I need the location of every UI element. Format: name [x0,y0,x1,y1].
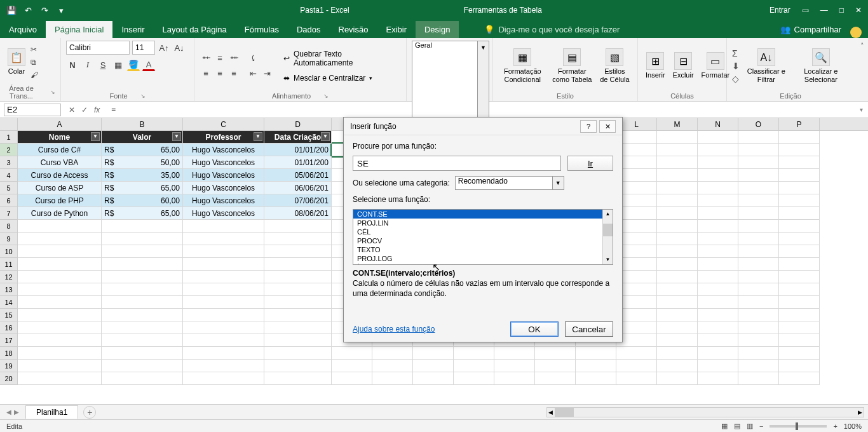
ok-button[interactable]: OK [510,321,559,337]
cell[interactable] [183,233,264,245]
cell[interactable] [698,194,738,207]
enter-formula-icon[interactable]: ✓ [81,105,88,114]
cell[interactable] [413,347,454,360]
cell[interactable] [264,283,332,296]
cell[interactable] [738,131,779,144]
cell-styles-button[interactable]: ▧Estilos de Célula [597,47,632,84]
dialog-close-icon[interactable]: ✕ [599,120,616,133]
cell[interactable] [779,233,820,245]
cell[interactable]: 07/06/201 [264,194,332,207]
cell[interactable] [698,360,738,372]
fill-icon[interactable]: ⬇ [732,61,740,71]
cell[interactable]: R$60,00 [102,194,183,207]
zoom-slider[interactable] [770,425,827,428]
cell[interactable] [657,347,698,360]
cell[interactable] [264,347,332,360]
cell[interactable] [698,131,738,144]
cell[interactable] [535,360,576,372]
undo-icon[interactable]: ↶ [23,5,33,15]
increase-font-icon[interactable]: A↑ [158,41,170,54]
cell[interactable]: Curso de ASP [18,182,102,194]
row-header[interactable]: 15 [0,309,18,321]
cell[interactable] [738,182,779,194]
cell[interactable] [102,245,183,258]
maximize-icon[interactable]: □ [839,6,844,15]
font-color-icon[interactable]: A [142,58,155,71]
cell[interactable] [657,309,698,321]
cell[interactable] [698,220,738,233]
font-size-combo[interactable] [132,41,155,55]
function-search-input[interactable] [353,156,561,171]
tab-layout[interactable]: Layout da Página [154,21,236,38]
cell[interactable] [779,271,820,283]
cell[interactable] [698,233,738,245]
insert-cells-button[interactable]: ⊞Inserir [643,51,668,80]
cell[interactable] [494,360,535,372]
align-top-icon[interactable]: ⬴ [200,52,212,65]
cell[interactable] [698,372,738,385]
cell[interactable]: 01/01/200 [264,144,332,156]
cell[interactable] [738,207,779,220]
cell[interactable]: Hugo Vasconcelos [183,182,264,194]
cell[interactable] [264,372,332,385]
cell[interactable] [738,245,779,258]
font-name-combo[interactable] [66,41,130,55]
cell[interactable] [738,372,779,385]
cell[interactable]: R$35,00 [102,169,183,182]
cell[interactable] [183,309,264,321]
function-list-item[interactable]: PROJ.LIN [353,219,613,227]
cell[interactable] [454,347,494,360]
cell[interactable] [657,296,698,309]
name-box[interactable] [4,104,61,116]
underline-button[interactable]: S [97,58,109,71]
save-icon[interactable]: 💾 [6,5,17,15]
cell[interactable] [738,156,779,169]
cell[interactable] [657,194,698,207]
cell[interactable] [183,334,264,347]
tab-file[interactable]: Arquivo [0,21,46,38]
tab-formulas[interactable]: Fórmulas [236,21,288,38]
column-header[interactable]: O [738,118,779,130]
cell[interactable] [779,258,820,271]
cell[interactable] [698,334,738,347]
cell[interactable] [183,296,264,309]
cell[interactable] [738,220,779,233]
cell[interactable] [698,271,738,283]
cell[interactable]: Hugo Vasconcelos [183,169,264,182]
row-header[interactable]: 12 [0,271,18,283]
cell[interactable]: R$65,00 [102,207,183,220]
cell[interactable] [183,321,264,334]
column-header[interactable]: M [657,118,698,130]
function-list-item[interactable]: PROCV [353,236,613,245]
category-combo[interactable]: Recomendado ▼ [455,176,564,190]
row-header[interactable]: 7 [0,207,18,220]
column-header[interactable]: D [264,118,332,130]
find-select-button[interactable]: 🔍Localizar e Selecionar [793,47,849,84]
function-list-item[interactable]: CONT.SE [353,210,613,219]
cell[interactable] [779,207,820,220]
orientation-icon[interactable]: ⤹ [247,52,259,65]
cell[interactable] [779,156,820,169]
cell[interactable] [698,144,738,156]
signin-link[interactable]: Entrar [770,6,790,15]
cell[interactable] [18,347,102,360]
cell[interactable] [657,156,698,169]
align-left-icon[interactable]: ≡ [200,67,212,80]
cell[interactable] [738,271,779,283]
merge-center-button[interactable]: ⬌Mesclar e Centralizar▾ [282,72,401,84]
cell[interactable] [698,321,738,334]
cell[interactable] [372,372,413,385]
cell[interactable]: R$65,00 [102,144,183,156]
filter-dropdown-icon[interactable]: ▼ [254,132,262,141]
cell[interactable]: Data Criação▼ [264,131,332,144]
cell[interactable] [576,372,616,385]
cell[interactable] [102,334,183,347]
cell[interactable] [657,321,698,334]
decrease-indent-icon[interactable]: ⇤ [247,67,259,80]
horizontal-scrollbar[interactable]: ◀▶ [546,407,864,417]
scroll-up-icon[interactable]: ▲ [603,210,613,219]
cell[interactable] [264,233,332,245]
font-launcher-icon[interactable]: ↘ [140,93,146,99]
cell[interactable] [698,309,738,321]
row-header[interactable]: 18 [0,347,18,360]
